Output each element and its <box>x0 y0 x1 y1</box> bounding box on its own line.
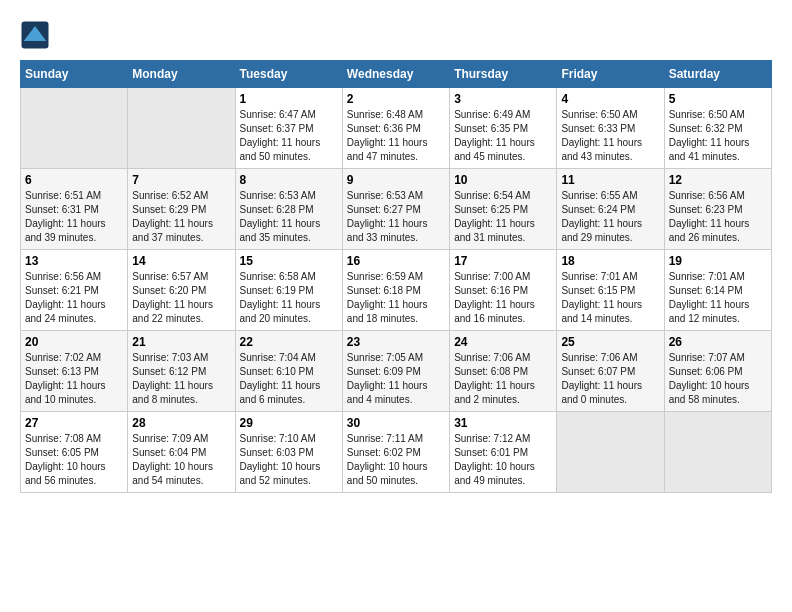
day-info: Sunrise: 6:56 AM Sunset: 6:21 PM Dayligh… <box>25 270 123 326</box>
calendar-cell <box>21 88 128 169</box>
day-number: 30 <box>347 416 445 430</box>
day-number: 29 <box>240 416 338 430</box>
weekday-header: Monday <box>128 61 235 88</box>
calendar-cell: 9Sunrise: 6:53 AM Sunset: 6:27 PM Daylig… <box>342 169 449 250</box>
day-info: Sunrise: 7:08 AM Sunset: 6:05 PM Dayligh… <box>25 432 123 488</box>
day-number: 1 <box>240 92 338 106</box>
weekday-header: Tuesday <box>235 61 342 88</box>
day-info: Sunrise: 6:50 AM Sunset: 6:33 PM Dayligh… <box>561 108 659 164</box>
calendar-cell <box>557 412 664 493</box>
calendar-cell: 20Sunrise: 7:02 AM Sunset: 6:13 PM Dayli… <box>21 331 128 412</box>
calendar-cell: 17Sunrise: 7:00 AM Sunset: 6:16 PM Dayli… <box>450 250 557 331</box>
day-info: Sunrise: 6:52 AM Sunset: 6:29 PM Dayligh… <box>132 189 230 245</box>
calendar-cell: 7Sunrise: 6:52 AM Sunset: 6:29 PM Daylig… <box>128 169 235 250</box>
calendar-cell: 27Sunrise: 7:08 AM Sunset: 6:05 PM Dayli… <box>21 412 128 493</box>
calendar-week-row: 6Sunrise: 6:51 AM Sunset: 6:31 PM Daylig… <box>21 169 772 250</box>
calendar-cell: 29Sunrise: 7:10 AM Sunset: 6:03 PM Dayli… <box>235 412 342 493</box>
day-number: 21 <box>132 335 230 349</box>
day-info: Sunrise: 7:06 AM Sunset: 6:08 PM Dayligh… <box>454 351 552 407</box>
day-info: Sunrise: 7:00 AM Sunset: 6:16 PM Dayligh… <box>454 270 552 326</box>
day-number: 4 <box>561 92 659 106</box>
calendar-cell: 23Sunrise: 7:05 AM Sunset: 6:09 PM Dayli… <box>342 331 449 412</box>
calendar-cell: 8Sunrise: 6:53 AM Sunset: 6:28 PM Daylig… <box>235 169 342 250</box>
day-info: Sunrise: 7:04 AM Sunset: 6:10 PM Dayligh… <box>240 351 338 407</box>
day-number: 13 <box>25 254 123 268</box>
day-number: 2 <box>347 92 445 106</box>
page-header <box>20 20 772 50</box>
day-info: Sunrise: 6:59 AM Sunset: 6:18 PM Dayligh… <box>347 270 445 326</box>
day-number: 10 <box>454 173 552 187</box>
day-info: Sunrise: 7:11 AM Sunset: 6:02 PM Dayligh… <box>347 432 445 488</box>
day-info: Sunrise: 6:49 AM Sunset: 6:35 PM Dayligh… <box>454 108 552 164</box>
calendar-cell: 18Sunrise: 7:01 AM Sunset: 6:15 PM Dayli… <box>557 250 664 331</box>
day-info: Sunrise: 7:10 AM Sunset: 6:03 PM Dayligh… <box>240 432 338 488</box>
calendar-cell: 13Sunrise: 6:56 AM Sunset: 6:21 PM Dayli… <box>21 250 128 331</box>
calendar-cell: 15Sunrise: 6:58 AM Sunset: 6:19 PM Dayli… <box>235 250 342 331</box>
calendar-table: SundayMondayTuesdayWednesdayThursdayFrid… <box>20 60 772 493</box>
calendar-cell: 30Sunrise: 7:11 AM Sunset: 6:02 PM Dayli… <box>342 412 449 493</box>
day-info: Sunrise: 7:05 AM Sunset: 6:09 PM Dayligh… <box>347 351 445 407</box>
day-number: 14 <box>132 254 230 268</box>
calendar-week-row: 13Sunrise: 6:56 AM Sunset: 6:21 PM Dayli… <box>21 250 772 331</box>
day-info: Sunrise: 6:53 AM Sunset: 6:27 PM Dayligh… <box>347 189 445 245</box>
day-number: 24 <box>454 335 552 349</box>
day-info: Sunrise: 6:51 AM Sunset: 6:31 PM Dayligh… <box>25 189 123 245</box>
calendar-cell: 25Sunrise: 7:06 AM Sunset: 6:07 PM Dayli… <box>557 331 664 412</box>
calendar-header: SundayMondayTuesdayWednesdayThursdayFrid… <box>21 61 772 88</box>
calendar-cell: 2Sunrise: 6:48 AM Sunset: 6:36 PM Daylig… <box>342 88 449 169</box>
day-number: 25 <box>561 335 659 349</box>
calendar-body: 1Sunrise: 6:47 AM Sunset: 6:37 PM Daylig… <box>21 88 772 493</box>
weekday-header: Thursday <box>450 61 557 88</box>
day-number: 6 <box>25 173 123 187</box>
logo-icon <box>20 20 50 50</box>
day-info: Sunrise: 6:48 AM Sunset: 6:36 PM Dayligh… <box>347 108 445 164</box>
day-info: Sunrise: 6:56 AM Sunset: 6:23 PM Dayligh… <box>669 189 767 245</box>
day-info: Sunrise: 6:55 AM Sunset: 6:24 PM Dayligh… <box>561 189 659 245</box>
logo <box>20 20 54 50</box>
day-info: Sunrise: 7:09 AM Sunset: 6:04 PM Dayligh… <box>132 432 230 488</box>
calendar-cell: 28Sunrise: 7:09 AM Sunset: 6:04 PM Dayli… <box>128 412 235 493</box>
calendar-cell: 5Sunrise: 6:50 AM Sunset: 6:32 PM Daylig… <box>664 88 771 169</box>
calendar-cell: 19Sunrise: 7:01 AM Sunset: 6:14 PM Dayli… <box>664 250 771 331</box>
day-info: Sunrise: 7:01 AM Sunset: 6:15 PM Dayligh… <box>561 270 659 326</box>
day-number: 27 <box>25 416 123 430</box>
day-info: Sunrise: 6:54 AM Sunset: 6:25 PM Dayligh… <box>454 189 552 245</box>
day-info: Sunrise: 6:53 AM Sunset: 6:28 PM Dayligh… <box>240 189 338 245</box>
day-number: 28 <box>132 416 230 430</box>
calendar-cell: 4Sunrise: 6:50 AM Sunset: 6:33 PM Daylig… <box>557 88 664 169</box>
calendar-cell <box>128 88 235 169</box>
day-info: Sunrise: 6:57 AM Sunset: 6:20 PM Dayligh… <box>132 270 230 326</box>
day-number: 7 <box>132 173 230 187</box>
day-number: 17 <box>454 254 552 268</box>
day-number: 16 <box>347 254 445 268</box>
calendar-cell: 3Sunrise: 6:49 AM Sunset: 6:35 PM Daylig… <box>450 88 557 169</box>
weekday-header: Wednesday <box>342 61 449 88</box>
calendar-cell: 21Sunrise: 7:03 AM Sunset: 6:12 PM Dayli… <box>128 331 235 412</box>
day-number: 20 <box>25 335 123 349</box>
day-number: 11 <box>561 173 659 187</box>
day-number: 12 <box>669 173 767 187</box>
calendar-week-row: 27Sunrise: 7:08 AM Sunset: 6:05 PM Dayli… <box>21 412 772 493</box>
day-info: Sunrise: 7:12 AM Sunset: 6:01 PM Dayligh… <box>454 432 552 488</box>
day-number: 31 <box>454 416 552 430</box>
day-info: Sunrise: 7:02 AM Sunset: 6:13 PM Dayligh… <box>25 351 123 407</box>
day-info: Sunrise: 7:06 AM Sunset: 6:07 PM Dayligh… <box>561 351 659 407</box>
day-number: 19 <box>669 254 767 268</box>
day-info: Sunrise: 6:58 AM Sunset: 6:19 PM Dayligh… <box>240 270 338 326</box>
calendar-cell: 6Sunrise: 6:51 AM Sunset: 6:31 PM Daylig… <box>21 169 128 250</box>
calendar-cell: 24Sunrise: 7:06 AM Sunset: 6:08 PM Dayli… <box>450 331 557 412</box>
calendar-cell: 1Sunrise: 6:47 AM Sunset: 6:37 PM Daylig… <box>235 88 342 169</box>
calendar-cell: 16Sunrise: 6:59 AM Sunset: 6:18 PM Dayli… <box>342 250 449 331</box>
day-info: Sunrise: 6:50 AM Sunset: 6:32 PM Dayligh… <box>669 108 767 164</box>
calendar-cell <box>664 412 771 493</box>
day-number: 5 <box>669 92 767 106</box>
day-info: Sunrise: 7:07 AM Sunset: 6:06 PM Dayligh… <box>669 351 767 407</box>
day-number: 22 <box>240 335 338 349</box>
day-number: 23 <box>347 335 445 349</box>
calendar-cell: 26Sunrise: 7:07 AM Sunset: 6:06 PM Dayli… <box>664 331 771 412</box>
weekday-header: Friday <box>557 61 664 88</box>
calendar-cell: 12Sunrise: 6:56 AM Sunset: 6:23 PM Dayli… <box>664 169 771 250</box>
calendar-week-row: 20Sunrise: 7:02 AM Sunset: 6:13 PM Dayli… <box>21 331 772 412</box>
calendar-cell: 31Sunrise: 7:12 AM Sunset: 6:01 PM Dayli… <box>450 412 557 493</box>
day-number: 18 <box>561 254 659 268</box>
